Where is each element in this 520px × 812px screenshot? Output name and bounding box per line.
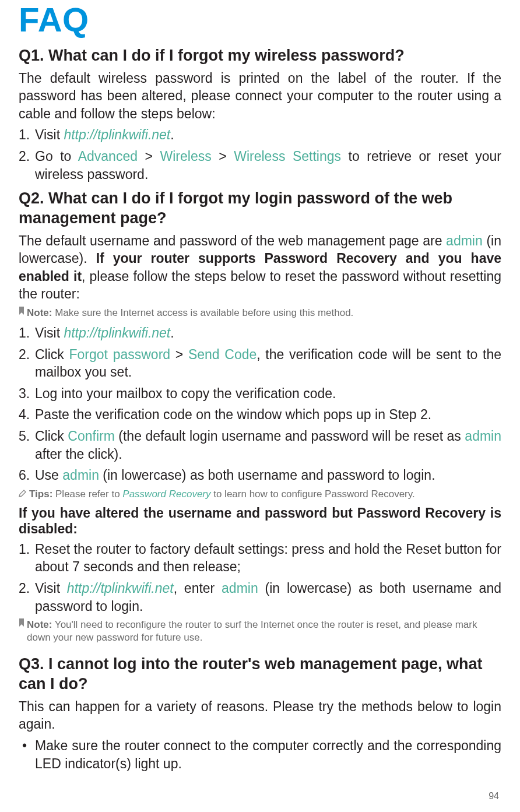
q2-note-1: Note: Make sure the Internet access is a…: [19, 307, 501, 319]
q1-steps: 1. Visit http://tplinkwifi.net. 2. Go to…: [19, 126, 501, 183]
nav-link: Wireless Settings: [234, 149, 341, 164]
ui-link: Confirm: [68, 428, 115, 444]
q1-text: What can I do if I forgot my wireless pa…: [48, 47, 405, 64]
text: (in lowercase) as both username and pass…: [99, 467, 435, 483]
q3-bullets: Make sure the router connect to the comp…: [19, 737, 501, 772]
q3-number: Q3.: [19, 655, 44, 673]
page-number: 94: [489, 791, 499, 802]
q2-step-2: 2. Click Forgot password > Send Code, th…: [19, 346, 501, 381]
ui-link: Send Code: [188, 347, 257, 362]
text: Paste the verification code on the windo…: [35, 407, 431, 422]
q2-step-4: 4. Paste the verification code on the wi…: [19, 406, 501, 424]
note-icon: [19, 307, 24, 315]
tips-link[interactable]: Password Recovery: [122, 488, 210, 500]
admin-text: admin: [465, 428, 501, 444]
q1-number: Q1.: [19, 47, 44, 64]
admin-text: admin: [222, 581, 258, 596]
text: Use: [35, 467, 62, 483]
q2-number: Q2.: [19, 189, 44, 207]
note-icon: [19, 618, 24, 627]
text: Visit: [35, 581, 67, 596]
text: Make sure the router connect to the comp…: [35, 738, 501, 771]
list-number: 2.: [19, 346, 30, 364]
text: , enter: [174, 581, 222, 596]
tips-label: Tips:: [29, 488, 52, 500]
ui-link: Forgot password: [69, 347, 171, 362]
q2b-step-2: 2. Visit http://tplinkwifi.net, enter ad…: [19, 579, 501, 615]
q2-step-6: 6. Use admin (in lowercase) as both user…: [19, 466, 501, 484]
url-link[interactable]: http://tplinkwifi.net: [67, 581, 174, 596]
list-number: 1.: [19, 540, 30, 558]
tips-body: Please refer to: [52, 488, 122, 500]
text: Visit: [35, 127, 64, 142]
q2-note-2: Note: You'll need to reconfigure the rou…: [19, 618, 501, 644]
q2-step-3: 3. Log into your mailbox to copy the ver…: [19, 385, 501, 403]
q2-step-1: 1. Visit http://tplinkwifi.net.: [19, 324, 501, 342]
q3-text: I cannot log into the router's web manag…: [19, 655, 483, 693]
q1-step-1: 1. Visit http://tplinkwifi.net.: [19, 126, 501, 144]
admin-text: admin: [446, 233, 483, 248]
list-number: 3.: [19, 385, 30, 403]
page: FAQ Q1. What can I do if I forgot my wir…: [0, 0, 520, 812]
q2-text: What can I do if I forgot my login passw…: [19, 189, 452, 227]
url-link[interactable]: http://tplinkwifi.net: [64, 127, 170, 142]
text: The default username and password of the…: [19, 233, 446, 248]
list-number: 5.: [19, 427, 30, 445]
note-label: Note:: [27, 307, 52, 318]
admin-text: admin: [62, 467, 99, 483]
text: .: [170, 127, 174, 142]
q2b-step-1: 1. Reset the router to factory default s…: [19, 540, 501, 576]
url-link[interactable]: http://tplinkwifi.net: [64, 325, 170, 340]
text: Log into your mailbox to copy the verifi…: [35, 386, 336, 401]
list-number: 2.: [19, 579, 30, 597]
text: >: [212, 149, 234, 164]
text: .: [170, 325, 174, 340]
q3-bullet-1: Make sure the router connect to the comp…: [19, 737, 501, 772]
page-title: FAQ: [19, 0, 501, 39]
note-body: You'll need to reconfigure the router to…: [27, 619, 477, 643]
text: Click: [35, 428, 68, 444]
q2-step-5: 5. Click Confirm (the default login user…: [19, 427, 501, 463]
note-label: Note:: [27, 619, 52, 630]
list-number: 1.: [19, 324, 30, 342]
text: after the click).: [35, 447, 122, 462]
text: Go to: [35, 149, 78, 164]
text: , please follow the steps below to reset…: [19, 269, 501, 302]
list-number: 2.: [19, 147, 30, 166]
list-number: 4.: [19, 406, 30, 424]
text: Reset the router to factory default sett…: [35, 542, 501, 575]
text: >: [170, 347, 188, 362]
q2-tips: Tips: Please refer to Password Recovery …: [19, 488, 501, 501]
text: Click: [35, 347, 69, 362]
q2-heading: Q2. What can I do if I forgot my login p…: [19, 189, 501, 229]
tips-icon: [19, 488, 27, 501]
list-number: 6.: [19, 466, 30, 484]
q1-intro: The default wireless password is printed…: [19, 69, 501, 123]
tips-body: to learn how to configure Password Recov…: [211, 488, 415, 500]
nav-link: Wireless: [160, 149, 212, 164]
q1-heading: Q1. What can I do if I forgot my wireles…: [19, 46, 501, 66]
q2-steps: 1. Visit http://tplinkwifi.net. 2. Click…: [19, 324, 501, 484]
q2-subhead: If you have altered the username and pas…: [19, 505, 501, 537]
q3-heading: Q3. I cannot log into the router's web m…: [19, 655, 501, 694]
q2-steps-2: 1. Reset the router to factory default s…: [19, 540, 501, 615]
text: (the default login username and password…: [115, 428, 465, 444]
note-body: Make sure the Internet access is availab…: [52, 307, 353, 318]
text: Visit: [35, 325, 64, 340]
q1-step-2: 2. Go to Advanced > Wireless > Wireless …: [19, 147, 501, 183]
nav-link: Advanced: [78, 149, 138, 164]
q2-intro: The default username and password of the…: [19, 232, 501, 303]
text: >: [138, 149, 160, 164]
q3-intro: This can happen for a variety of reasons…: [19, 698, 501, 733]
list-number: 1.: [19, 126, 30, 144]
